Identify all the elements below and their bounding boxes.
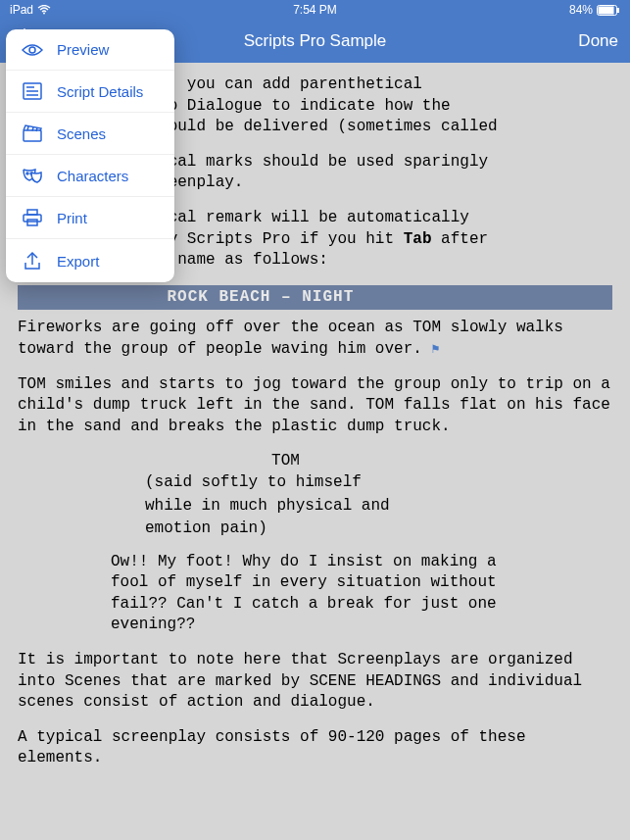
battery-percent: 84% [569,3,593,17]
printer-icon [22,209,43,226]
flag-icon[interactable]: ⚑ [431,342,439,357]
done-button[interactable]: Done [578,31,618,51]
scene-heading: XXXXXXXXXXXXXXROCK BEACH – NIGHT [18,285,612,311]
wifi-icon [37,5,51,15]
page-title: Scripts Pro Sample [244,31,387,51]
menu-label: Script Details [57,83,143,100]
action-text: Fireworks are going off over the ocean a… [18,318,612,360]
svg-rect-3 [617,8,619,13]
svg-line-11 [27,126,28,130]
menu-label: Scenes [57,125,106,142]
action-text: TOM smiles and starts to jog toward the … [18,374,612,438]
parenthetical: emotion pain) [145,519,459,540]
status-bar: iPad 7:54 PM 84% [0,0,630,20]
parenthetical: while in much physical and [145,496,459,518]
menu-print[interactable]: Print [6,197,174,239]
clapper-icon [22,124,43,142]
document-icon [22,82,43,100]
svg-line-13 [36,128,37,132]
dialogue-text: Ow!! My foot! Why do I insist on making … [111,552,503,636]
svg-rect-2 [599,6,614,14]
masks-icon [22,167,43,184]
menu-export[interactable]: Export [6,239,174,282]
parenthetical: (said softly to himself [145,472,459,494]
svg-point-14 [26,173,28,174]
character-name: TOM [18,451,612,472]
paragraph: A typical screenplay consists of 90-120 … [18,727,612,769]
device-label: iPad [10,3,33,17]
battery-icon [597,5,620,16]
settings-menu: Preview Script Details Scenes Characters… [6,29,174,282]
menu-label: Characters [57,168,128,184]
menu-script-details[interactable]: Script Details [6,71,174,113]
svg-rect-17 [24,215,41,222]
menu-label: Preview [57,41,109,58]
menu-scenes[interactable]: Scenes [6,113,174,155]
svg-point-0 [43,13,45,15]
svg-line-12 [32,127,33,131]
menu-label: Print [57,210,87,226]
export-icon [22,251,43,271]
svg-rect-18 [27,220,37,225]
eye-icon [22,42,43,58]
menu-preview[interactable]: Preview [6,29,174,71]
menu-label: Export [57,253,99,270]
paragraph: It is important to note here that Screen… [18,650,612,714]
status-time: 7:54 PM [293,3,337,17]
svg-point-5 [29,47,35,53]
menu-characters[interactable]: Characters [6,155,174,197]
svg-rect-10 [24,130,41,141]
